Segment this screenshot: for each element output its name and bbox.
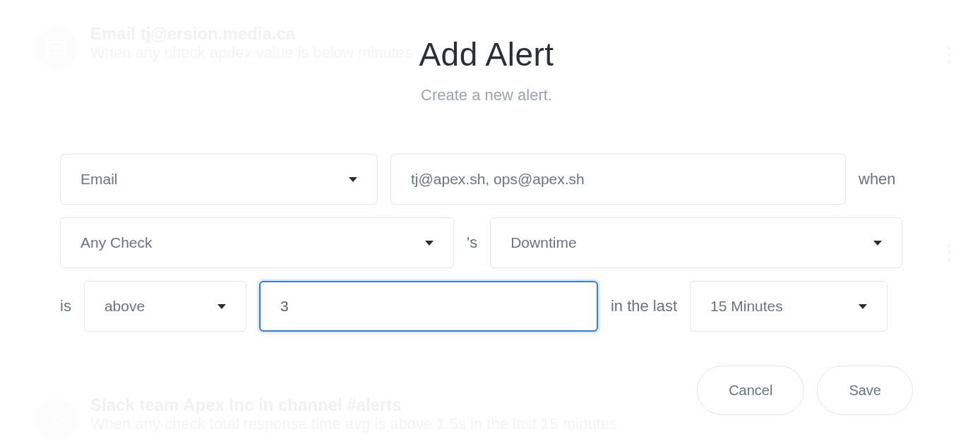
timeframe-select-value: 15 Minutes — [710, 298, 783, 315]
check-select[interactable]: Any Check — [60, 217, 454, 268]
recipients-input[interactable] — [411, 155, 825, 204]
when-label: when — [859, 170, 896, 188]
chevron-down-icon — [349, 177, 357, 182]
chevron-down-icon — [859, 304, 867, 309]
metric-select-value: Downtime — [510, 234, 576, 251]
channel-select-value: Email — [80, 171, 118, 188]
comparator-select[interactable]: above — [84, 281, 246, 332]
modal-actions: Cancel Save — [60, 366, 913, 415]
recipients-input-wrapper — [390, 154, 846, 205]
chevron-down-icon — [873, 241, 882, 246]
threshold-input-wrapper — [259, 281, 598, 332]
is-label: is — [60, 297, 71, 315]
check-select-value: Any Check — [80, 234, 153, 251]
channel-select[interactable]: Email — [60, 154, 378, 205]
chevron-down-icon — [425, 241, 434, 246]
timeframe-select[interactable]: 15 Minutes — [690, 281, 888, 332]
modal-subtitle: Create a new alert. — [60, 86, 913, 104]
in-last-label: in the last — [611, 297, 677, 315]
possessive-label: 's — [467, 234, 477, 252]
metric-select[interactable]: Downtime — [490, 217, 902, 268]
modal-title: Add Alert — [60, 35, 913, 73]
add-alert-modal: Add Alert Create a new alert. Email when… — [0, 0, 980, 446]
comparator-select-value: above — [104, 298, 145, 315]
cancel-button[interactable]: Cancel — [697, 366, 804, 415]
threshold-input[interactable] — [280, 282, 577, 330]
save-button[interactable]: Save — [817, 366, 913, 415]
chevron-down-icon — [217, 304, 226, 309]
